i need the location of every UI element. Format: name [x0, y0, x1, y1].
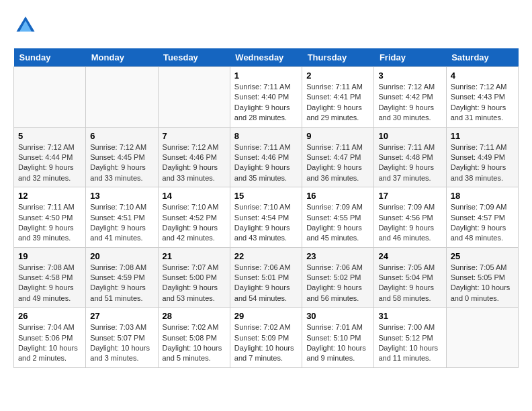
- day-number: 30: [306, 311, 369, 321]
- calendar-cell: 3Sunrise: 7:12 AM Sunset: 4:42 PM Daylig…: [374, 67, 446, 128]
- calendar-cell: 20Sunrise: 7:08 AM Sunset: 4:59 PM Dayli…: [86, 247, 158, 308]
- page-header: [13, 13, 519, 38]
- calendar-cell: 1Sunrise: 7:11 AM Sunset: 4:40 PM Daylig…: [230, 67, 302, 128]
- calendar-cell: 15Sunrise: 7:10 AM Sunset: 4:54 PM Dayli…: [230, 187, 302, 248]
- day-info: Sunrise: 7:11 AM Sunset: 4:47 PM Dayligh…: [306, 142, 369, 184]
- day-info: Sunrise: 7:10 AM Sunset: 4:52 PM Dayligh…: [163, 202, 226, 244]
- calendar-cell: 30Sunrise: 7:01 AM Sunset: 5:10 PM Dayli…: [302, 308, 374, 368]
- calendar-cell: 26Sunrise: 7:04 AM Sunset: 5:06 PM Dayli…: [14, 308, 86, 368]
- day-info: Sunrise: 7:10 AM Sunset: 4:51 PM Dayligh…: [90, 202, 153, 244]
- day-info: Sunrise: 7:11 AM Sunset: 4:46 PM Dayligh…: [234, 142, 298, 184]
- calendar-cell: 8Sunrise: 7:11 AM Sunset: 4:46 PM Daylig…: [230, 127, 302, 187]
- calendar-cell: 6Sunrise: 7:12 AM Sunset: 4:45 PM Daylig…: [86, 127, 158, 187]
- calendar-cell: [14, 67, 86, 128]
- day-info: Sunrise: 7:07 AM Sunset: 5:00 PM Dayligh…: [163, 263, 226, 304]
- day-number: 6: [90, 131, 153, 141]
- day-number: 11: [451, 131, 514, 141]
- calendar-week-1: 1Sunrise: 7:11 AM Sunset: 4:40 PM Daylig…: [14, 67, 519, 128]
- day-number: 7: [163, 131, 226, 141]
- calendar-cell: 31Sunrise: 7:00 AM Sunset: 5:12 PM Dayli…: [374, 308, 446, 368]
- day-info: Sunrise: 7:02 AM Sunset: 5:08 PM Dayligh…: [163, 322, 226, 364]
- day-info: Sunrise: 7:12 AM Sunset: 4:46 PM Dayligh…: [163, 142, 226, 184]
- day-number: 10: [378, 131, 441, 141]
- calendar-cell: 10Sunrise: 7:11 AM Sunset: 4:48 PM Dayli…: [374, 127, 446, 187]
- day-number: 8: [234, 131, 298, 141]
- calendar-cell: 19Sunrise: 7:08 AM Sunset: 4:58 PM Dayli…: [14, 247, 86, 308]
- calendar-cell: 14Sunrise: 7:10 AM Sunset: 4:52 PM Dayli…: [158, 187, 230, 248]
- day-info: Sunrise: 7:12 AM Sunset: 4:42 PM Dayligh…: [378, 82, 441, 124]
- calendar-cell: 22Sunrise: 7:06 AM Sunset: 5:01 PM Dayli…: [230, 247, 302, 308]
- day-info: Sunrise: 7:06 AM Sunset: 5:02 PM Dayligh…: [306, 263, 369, 304]
- calendar-cell: [158, 67, 230, 128]
- day-info: Sunrise: 7:02 AM Sunset: 5:09 PM Dayligh…: [234, 322, 298, 364]
- calendar-cell: 5Sunrise: 7:12 AM Sunset: 4:44 PM Daylig…: [14, 127, 86, 187]
- day-number: 21: [163, 251, 226, 261]
- day-number: 23: [306, 251, 369, 261]
- calendar-cell: 18Sunrise: 7:09 AM Sunset: 4:57 PM Dayli…: [446, 187, 518, 248]
- calendar-cell: 2Sunrise: 7:11 AM Sunset: 4:41 PM Daylig…: [302, 67, 374, 128]
- day-number: 31: [378, 311, 441, 321]
- calendar-table: SundayMondayTuesdayWednesdayThursdayFrid…: [13, 48, 519, 368]
- day-number: 20: [90, 251, 153, 261]
- day-number: 1: [234, 71, 298, 81]
- day-info: Sunrise: 7:12 AM Sunset: 4:45 PM Dayligh…: [90, 142, 153, 184]
- header-thursday: Thursday: [302, 48, 374, 67]
- calendar-cell: 13Sunrise: 7:10 AM Sunset: 4:51 PM Dayli…: [86, 187, 158, 248]
- day-number: 27: [90, 311, 153, 321]
- day-number: 16: [306, 191, 369, 201]
- calendar-cell: 27Sunrise: 7:03 AM Sunset: 5:07 PM Dayli…: [86, 308, 158, 368]
- logo: [13, 13, 42, 38]
- day-number: 28: [163, 311, 226, 321]
- day-info: Sunrise: 7:00 AM Sunset: 5:12 PM Dayligh…: [378, 322, 441, 364]
- header-monday: Monday: [86, 48, 158, 67]
- day-number: 9: [306, 131, 369, 141]
- day-number: 22: [234, 251, 298, 261]
- calendar-cell: [86, 67, 158, 128]
- calendar-cell: 29Sunrise: 7:02 AM Sunset: 5:09 PM Dayli…: [230, 308, 302, 368]
- calendar-week-5: 26Sunrise: 7:04 AM Sunset: 5:06 PM Dayli…: [14, 308, 519, 368]
- header-sunday: Sunday: [14, 48, 86, 67]
- day-info: Sunrise: 7:11 AM Sunset: 4:50 PM Dayligh…: [18, 202, 81, 244]
- day-info: Sunrise: 7:09 AM Sunset: 4:56 PM Dayligh…: [378, 202, 441, 244]
- day-info: Sunrise: 7:09 AM Sunset: 4:57 PM Dayligh…: [451, 202, 514, 244]
- day-info: Sunrise: 7:08 AM Sunset: 4:59 PM Dayligh…: [90, 263, 153, 304]
- calendar-cell: 25Sunrise: 7:05 AM Sunset: 5:05 PM Dayli…: [446, 247, 518, 308]
- day-info: Sunrise: 7:11 AM Sunset: 4:40 PM Dayligh…: [234, 82, 298, 124]
- calendar-cell: 4Sunrise: 7:12 AM Sunset: 4:43 PM Daylig…: [446, 67, 518, 128]
- day-info: Sunrise: 7:05 AM Sunset: 5:05 PM Dayligh…: [451, 263, 514, 304]
- day-info: Sunrise: 7:06 AM Sunset: 5:01 PM Dayligh…: [234, 263, 298, 304]
- day-info: Sunrise: 7:12 AM Sunset: 4:44 PM Dayligh…: [18, 142, 81, 184]
- day-number: 29: [234, 311, 298, 321]
- day-number: 4: [451, 71, 514, 81]
- header-friday: Friday: [374, 48, 446, 67]
- day-number: 26: [18, 311, 81, 321]
- header-saturday: Saturday: [446, 48, 518, 67]
- day-info: Sunrise: 7:04 AM Sunset: 5:06 PM Dayligh…: [18, 322, 81, 364]
- day-number: 15: [234, 191, 298, 201]
- calendar-cell: 23Sunrise: 7:06 AM Sunset: 5:02 PM Dayli…: [302, 247, 374, 308]
- day-number: 19: [18, 251, 81, 261]
- calendar-week-3: 12Sunrise: 7:11 AM Sunset: 4:50 PM Dayli…: [14, 187, 519, 248]
- day-info: Sunrise: 7:09 AM Sunset: 4:55 PM Dayligh…: [306, 202, 369, 244]
- calendar-cell: 12Sunrise: 7:11 AM Sunset: 4:50 PM Dayli…: [14, 187, 86, 248]
- day-number: 2: [306, 71, 369, 81]
- calendar-header-row: SundayMondayTuesdayWednesdayThursdayFrid…: [14, 48, 519, 67]
- day-number: 18: [451, 191, 514, 201]
- day-info: Sunrise: 7:08 AM Sunset: 4:58 PM Dayligh…: [18, 263, 81, 304]
- day-number: 24: [378, 251, 441, 261]
- calendar-cell: 17Sunrise: 7:09 AM Sunset: 4:56 PM Dayli…: [374, 187, 446, 248]
- day-number: 3: [378, 71, 441, 81]
- calendar-week-4: 19Sunrise: 7:08 AM Sunset: 4:58 PM Dayli…: [14, 247, 519, 308]
- day-number: 5: [18, 131, 81, 141]
- day-info: Sunrise: 7:11 AM Sunset: 4:41 PM Dayligh…: [306, 82, 369, 124]
- day-info: Sunrise: 7:11 AM Sunset: 4:48 PM Dayligh…: [378, 142, 441, 184]
- day-info: Sunrise: 7:10 AM Sunset: 4:54 PM Dayligh…: [234, 202, 298, 244]
- calendar-cell: 7Sunrise: 7:12 AM Sunset: 4:46 PM Daylig…: [158, 127, 230, 187]
- day-info: Sunrise: 7:11 AM Sunset: 4:49 PM Dayligh…: [451, 142, 514, 184]
- calendar-cell: [446, 308, 518, 368]
- day-number: 17: [378, 191, 441, 201]
- day-info: Sunrise: 7:03 AM Sunset: 5:07 PM Dayligh…: [90, 322, 153, 364]
- day-info: Sunrise: 7:05 AM Sunset: 5:04 PM Dayligh…: [378, 263, 441, 304]
- calendar-week-2: 5Sunrise: 7:12 AM Sunset: 4:44 PM Daylig…: [14, 127, 519, 187]
- day-number: 25: [451, 251, 514, 261]
